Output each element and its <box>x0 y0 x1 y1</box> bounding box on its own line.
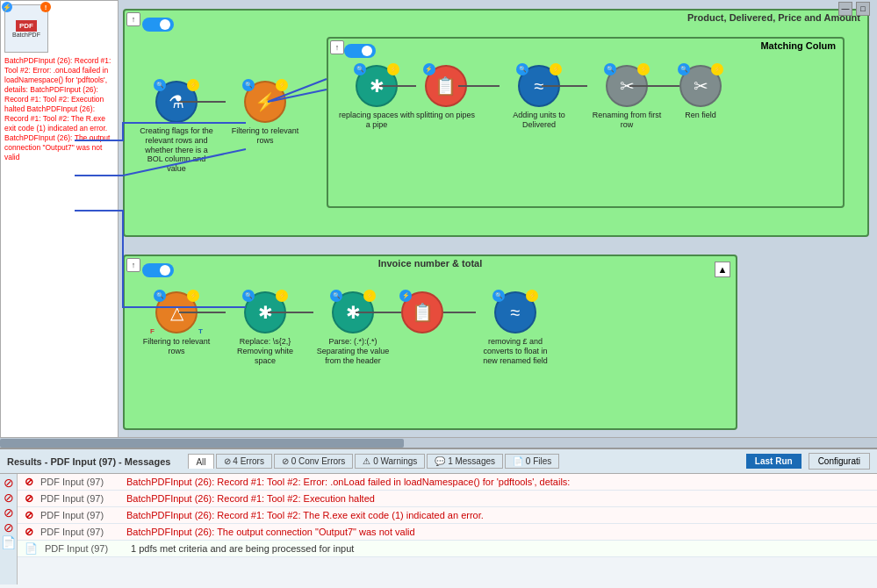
inner-toggle-knob <box>362 46 372 56</box>
node-lightning-badge: ⚡ <box>276 79 288 91</box>
config-button[interactable]: Configurati <box>809 453 870 470</box>
inner-toggle[interactable] <box>344 44 376 58</box>
source-4: PDF Input (97) <box>40 527 119 537</box>
top-flow-expand-badge[interactable]: ↑ <box>126 12 140 26</box>
node-icon-regex3: ✱ <box>346 302 361 323</box>
node-table-split[interactable]: ⚡ 📋 <box>401 291 443 337</box>
node-splitting-pipes[interactable]: ⚡ 📋 splitting on pipes <box>416 65 475 120</box>
toggle-knob <box>160 19 170 30</box>
minimize-button[interactable]: — <box>838 2 852 16</box>
node-label: Replace: \s{2,} Removing white space <box>226 337 305 365</box>
last-run-button[interactable]: Last Run <box>746 454 802 469</box>
node-lightning-badge2: ⚡ <box>399 290 412 302</box>
source-1: PDF Input (97) <box>40 477 119 487</box>
pdf-node-icon[interactable]: ⚡ ! PDF BatchPDF <box>4 4 48 53</box>
node-icon-filter: ⚡ <box>255 91 277 112</box>
node-search-badge: 🔍 <box>516 63 528 75</box>
error-icon-4: ⊘ <box>25 526 33 538</box>
tab-files[interactable]: 📄 0 Files <box>505 454 559 469</box>
message-1: BatchPDFInput (26): Record #1: Tool #2: … <box>126 477 570 487</box>
node-renaming-first[interactable]: 🔍 ⚡ ✂ Renaming from first row <box>587 65 666 130</box>
tab-conv-errors[interactable]: ⊘ 0 Conv Errors <box>274 454 353 469</box>
lightning-badge: ⚡ <box>2 2 12 12</box>
info-icon-5: 📄 <box>25 542 38 555</box>
node-icon-flask: ⚗ <box>169 91 184 112</box>
maximize-button[interactable]: □ <box>856 2 870 16</box>
node-filtering-bottom[interactable]: 🔍 ⚡ △ T F Filtering to relevant rows <box>137 291 216 356</box>
tab-errors[interactable]: ⊘ 4 Errors <box>216 454 272 469</box>
row-icons-sidebar: ⊘ ⊘ ⊘ ⊘ 📄 <box>0 474 18 584</box>
node-search-badge: 🔍 <box>154 290 166 302</box>
bottom-flow-toggle[interactable] <box>142 263 174 277</box>
pdf-label: PDF <box>16 20 37 32</box>
node-replacing-spaces[interactable]: 🔍 ⚡ ✱ replacing spaces with a pipe <box>337 65 416 130</box>
sidebar-icon-2: ⊘ <box>4 491 14 505</box>
node-lightning-badge: ⚡ <box>387 63 399 75</box>
tab-warnings[interactable]: ⚠ 0 Warnings <box>355 454 425 469</box>
bottom-flow-expand-badge[interactable]: ↑ <box>126 258 140 272</box>
top-flow-toggle[interactable] <box>142 18 174 32</box>
sidebar-icon-4: ⊘ <box>4 520 14 534</box>
node-search-badge: 🔍 <box>242 79 255 91</box>
error-panel: ⚡ ! PDF BatchPDF BatchPDFInput (26): Rec… <box>0 0 119 439</box>
result-row-4: ⊘ PDF Input (97) BatchPDFInput (26): The… <box>18 524 877 541</box>
results-tabs: All ⊘ 4 Errors ⊘ 0 Conv Errors ⚠ 0 Warni… <box>188 454 559 469</box>
tab-all[interactable]: All <box>188 454 213 469</box>
node-ren-field[interactable]: 🔍 ⚡ ✂ Ren field <box>679 65 722 120</box>
node-label: Ren field <box>685 111 716 120</box>
error-icon-3: ⊘ <box>25 509 33 521</box>
error-icon-2: ⊘ <box>25 492 33 505</box>
message-3: BatchPDFInput (26): Record #1: Tool #2: … <box>126 510 484 520</box>
node-filtering-top[interactable]: 🔍 ⚡ ⚡ Filtering to relevant rows <box>226 81 305 146</box>
bottom-flow-collapse-btn[interactable]: ▲ <box>715 262 730 277</box>
true-badge: T <box>198 327 203 335</box>
error-text-panel: BatchPDFInput (26): Record #1: Tool #2: … <box>4 56 114 163</box>
node-replace-whitespace[interactable]: 🔍 ⚡ ✱ Replace: \s{2,} Removing white spa… <box>226 291 305 365</box>
node-adding-units[interactable]: 🔍 ⚡ ≈ Adding units to Delivered <box>500 65 579 130</box>
node-icon-formula2: ≈ <box>511 303 521 323</box>
results-rows-container: ⊘ PDF Input (97) BatchPDFInput (26): Rec… <box>18 474 877 584</box>
result-row-3: ⊘ PDF Input (97) BatchPDFInput (26): Rec… <box>18 507 877 524</box>
bottom-flow-connections-svg <box>125 256 736 428</box>
node-search-badge: 🔍 <box>154 79 166 91</box>
error-badge: ! <box>40 2 51 12</box>
node-parse[interactable]: 🔍 ⚡ ✱ Parse: (.*):(.*) Separating the va… <box>313 291 392 365</box>
results-body: ⊘ ⊘ ⊘ ⊘ 📄 ⊘ PDF Input (97) BatchPDFInput… <box>0 474 877 584</box>
error-icon-1: ⊘ <box>25 476 33 488</box>
results-panel: Results - PDF Input (97) - Messages All … <box>0 448 877 588</box>
node-lightning-badge: ⚡ <box>363 290 376 302</box>
canvas-scrollbar[interactable] <box>0 437 877 448</box>
toggle-knob-bottom <box>160 265 170 276</box>
top-flow-container: ↑ Product, Delivered, Price and Amount ↑… <box>123 9 869 237</box>
inner-container-title: Matching Colum <box>753 39 843 53</box>
bottom-flow-container: ↑ Invoice number & total ▲ 🔍 ⚡ △ T F Fil… <box>123 255 737 430</box>
sidebar-icon-1: ⊘ <box>4 476 14 490</box>
node-icon-table: 📋 <box>435 75 456 97</box>
source-5: PDF Input (97) <box>45 543 124 554</box>
results-header: Results - PDF Input (97) - Messages All … <box>0 449 877 474</box>
tab-messages[interactable]: 💬 1 Messages <box>427 454 503 469</box>
canvas-area: — □ ⚡ ! PDF BatchPDF BatchPDFInput (26):… <box>0 0 877 448</box>
node-label: Filtering to relevant rows <box>226 126 305 146</box>
source-3: PDF Input (97) <box>40 510 119 520</box>
node-icon-scissors2: ✂ <box>694 75 708 97</box>
source-2: PDF Input (97) <box>40 493 119 504</box>
result-row-1: ⊘ PDF Input (97) BatchPDFInput (26): Rec… <box>18 474 877 491</box>
node-lightning-badge: ⚡ <box>711 63 723 75</box>
inner-expand-badge[interactable]: ↑ <box>330 40 344 54</box>
node-icon-regex2: ✱ <box>258 302 273 323</box>
message-5: 1 pdfs met criteria and are being proces… <box>131 543 354 554</box>
node-label: replacing spaces with a pipe <box>337 111 416 130</box>
node-label: removing £ and converts to float in new … <box>476 337 555 365</box>
node-lightning-badge: ⚡ <box>187 79 199 91</box>
results-title: Results - PDF Input (97) - Messages <box>7 456 170 467</box>
node-lightning-badge3: ⚡ <box>526 290 538 302</box>
node-removing-pound[interactable]: 🔍 ⚡ ≈ removing £ and converts to float i… <box>476 291 555 365</box>
node-lightning-badge: ⚡ <box>187 290 199 302</box>
node-creating-flags[interactable]: 🔍 ⚡ ⚗ Creating flags for the relevant ro… <box>137 81 216 174</box>
node-label: Filtering to relevant rows <box>137 337 216 356</box>
node-label: Parse: (.*):(.*) Separating the value fr… <box>313 337 392 365</box>
node-label: splitting on pipes <box>416 111 475 120</box>
scrollbar-thumb <box>0 439 404 448</box>
bottom-flow-title: Invoice number & total <box>371 256 490 270</box>
